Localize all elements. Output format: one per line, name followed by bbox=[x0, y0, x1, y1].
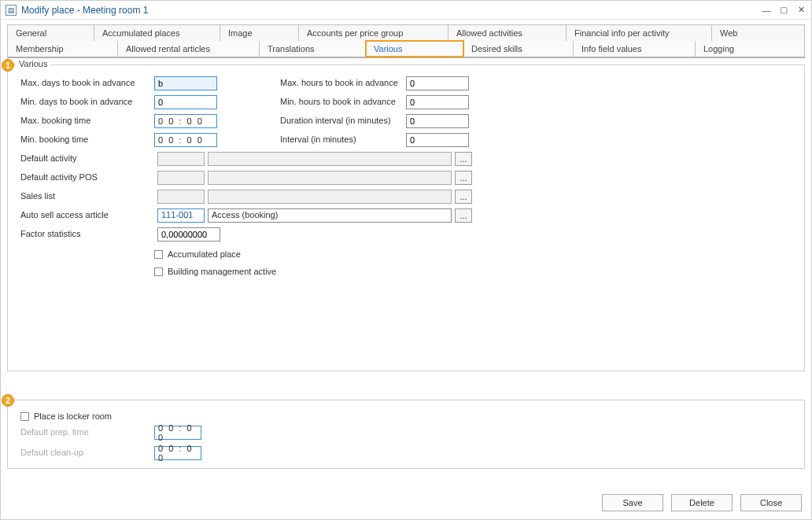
label-sales-list: Sales list bbox=[20, 191, 154, 201]
row-locker-check: Place is locker room bbox=[20, 411, 796, 421]
window-title: Modify place - Meeting room 1 bbox=[21, 5, 761, 16]
tab-financial-info[interactable]: Financial info per activity bbox=[567, 25, 712, 41]
code-auto-sell[interactable]: 111-001 bbox=[157, 208, 205, 223]
tab-allowed-activities[interactable]: Allowed activities bbox=[448, 25, 567, 41]
label-auto-sell: Auto sell access article bbox=[20, 210, 154, 220]
lookup-sales-list[interactable]: ... bbox=[455, 190, 472, 204]
row-factor: Factor statistics bbox=[20, 227, 796, 242]
desc-default-activity bbox=[208, 152, 452, 166]
code-sales-list[interactable] bbox=[157, 190, 205, 204]
save-button[interactable]: Save bbox=[602, 494, 663, 511]
row-sales-list: Sales list ... bbox=[20, 190, 796, 204]
close-button[interactable]: Close bbox=[740, 494, 802, 511]
tab-general[interactable]: General bbox=[8, 25, 94, 41]
footer-buttons: Save Delete Close bbox=[7, 489, 805, 513]
tab-web[interactable]: Web bbox=[712, 25, 804, 41]
groupbox-various: 1 Various Max. days to book in advance M… bbox=[7, 65, 805, 371]
row-accumulated-place: Accumulated place bbox=[154, 249, 796, 259]
window-controls: — ▢ ✕ bbox=[761, 5, 806, 16]
tab-translations[interactable]: Translations bbox=[260, 41, 366, 57]
tab-membership[interactable]: Membership bbox=[8, 41, 118, 57]
row-default-activity-pos: Default activity POS ... bbox=[20, 171, 796, 185]
label-min-days: Min. days to book in advance bbox=[20, 97, 154, 107]
lookup-default-activity-pos[interactable]: ... bbox=[455, 171, 472, 185]
callout-1: 1 bbox=[2, 59, 14, 72]
label-max-hours: Max. hours to book in advance bbox=[280, 78, 406, 88]
label-default-activity: Default activity bbox=[20, 153, 154, 164]
tab-accumulated-places[interactable]: Accumulated places bbox=[94, 25, 220, 41]
row-auto-sell: Auto sell access article 111-001 Access … bbox=[20, 208, 796, 223]
tab-accounts-price-group[interactable]: Accounts per price group bbox=[299, 25, 448, 41]
label-accumulated: Accumulated place bbox=[168, 249, 241, 259]
label-clean-up: Default clean-up bbox=[20, 448, 154, 458]
row-building-mgmt: Building management active bbox=[154, 267, 796, 276]
callout-2: 2 bbox=[2, 394, 14, 407]
input-max-days[interactable] bbox=[154, 76, 217, 90]
tabs-row-1: General Accumulated places Image Account… bbox=[7, 24, 805, 41]
row-default-activity: Default activity ... bbox=[20, 152, 796, 166]
app-icon: ▤ bbox=[6, 5, 17, 16]
input-duration[interactable] bbox=[406, 114, 469, 128]
label-max-booking: Max. booking time bbox=[20, 116, 154, 126]
input-min-hours[interactable] bbox=[406, 95, 469, 109]
input-clean-up[interactable]: 0 0 : 0 0 bbox=[154, 446, 201, 460]
legend-various: Various bbox=[16, 59, 50, 68]
checkbox-locker[interactable] bbox=[20, 412, 29, 421]
label-default-activity-pos: Default activity POS bbox=[20, 172, 154, 183]
input-max-hours[interactable] bbox=[406, 76, 469, 90]
panel-area: 1 Various Max. days to book in advance M… bbox=[7, 58, 805, 489]
minimize-icon[interactable]: — bbox=[761, 5, 772, 16]
input-max-booking[interactable]: 0 0 : 0 0 bbox=[154, 114, 217, 128]
checkbox-building-mgmt[interactable] bbox=[154, 267, 163, 276]
code-default-activity[interactable] bbox=[157, 152, 205, 166]
input-factor[interactable] bbox=[157, 227, 220, 242]
tab-allowed-rental[interactable]: Allowed rental articles bbox=[118, 41, 260, 57]
tab-image[interactable]: Image bbox=[220, 25, 299, 41]
form-grid-various: Max. days to book in advance Max. hours … bbox=[20, 76, 796, 147]
label-duration: Duration interval (in minutes) bbox=[280, 116, 406, 126]
prep-time-value: 0 0 : 0 0 bbox=[158, 423, 197, 442]
label-min-hours: Min. hours to book in advance bbox=[280, 97, 406, 107]
window-frame: ▤ Modify place - Meeting room 1 — ▢ ✕ Ge… bbox=[0, 0, 812, 520]
delete-button[interactable]: Delete bbox=[671, 494, 733, 511]
tab-logging[interactable]: Logging bbox=[696, 41, 804, 57]
tabs-row-2: Membership Allowed rental articles Trans… bbox=[7, 41, 805, 58]
label-building-mgmt: Building management active bbox=[168, 267, 276, 276]
lookup-default-activity[interactable]: ... bbox=[455, 152, 472, 166]
label-max-days: Max. days to book in advance bbox=[20, 78, 154, 88]
close-icon[interactable]: ✕ bbox=[795, 5, 806, 16]
input-interval[interactable] bbox=[406, 133, 469, 147]
maximize-icon[interactable]: ▢ bbox=[778, 5, 789, 16]
desc-sales-list bbox=[208, 190, 452, 204]
locker-grid: Default prep. time 0 0 : 0 0 Default cle… bbox=[20, 426, 796, 460]
lookup-auto-sell[interactable]: ... bbox=[455, 208, 472, 223]
max-booking-value: 0 0 : 0 0 bbox=[158, 116, 204, 126]
label-interval: Interval (in minutes) bbox=[280, 135, 406, 145]
code-default-activity-pos[interactable] bbox=[157, 171, 205, 185]
groupbox-locker: 2 Place is locker room Default prep. tim… bbox=[7, 400, 805, 469]
label-min-booking: Min. booking time bbox=[20, 135, 154, 145]
desc-default-activity-pos bbox=[208, 171, 452, 185]
clean-up-value: 0 0 : 0 0 bbox=[158, 444, 197, 463]
input-min-booking[interactable]: 0 0 : 0 0 bbox=[154, 133, 217, 147]
label-locker: Place is locker room bbox=[34, 411, 112, 421]
input-prep-time[interactable]: 0 0 : 0 0 bbox=[154, 426, 201, 440]
titlebar: ▤ Modify place - Meeting room 1 — ▢ ✕ bbox=[1, 1, 811, 20]
tab-desired-skills[interactable]: Desired skills bbox=[463, 41, 574, 57]
checkbox-accumulated[interactable] bbox=[154, 250, 163, 259]
desc-auto-sell: Access (booking) bbox=[208, 208, 452, 223]
tab-various[interactable]: Various bbox=[366, 41, 463, 57]
min-booking-value: 0 0 : 0 0 bbox=[158, 135, 204, 145]
content-area: General Accumulated places Image Account… bbox=[1, 20, 811, 519]
label-prep-time: Default prep. time bbox=[20, 427, 154, 437]
tab-info-field-values[interactable]: Info field values bbox=[574, 41, 696, 57]
input-min-days[interactable] bbox=[154, 95, 217, 109]
label-factor: Factor statistics bbox=[20, 229, 154, 239]
